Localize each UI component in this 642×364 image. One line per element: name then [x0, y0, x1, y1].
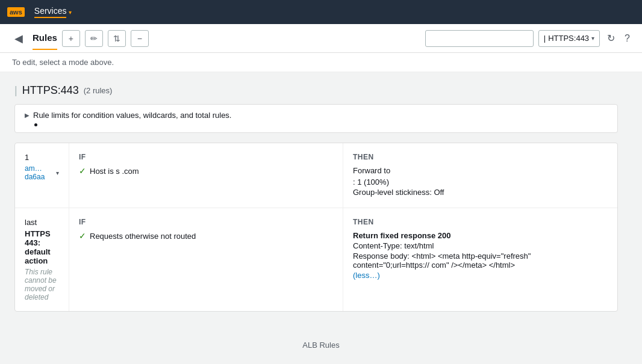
reorder-button[interactable]: ⇅: [108, 30, 126, 47]
search-input[interactable]: [425, 30, 534, 47]
section-header: | HTTPS:443 (2 rules): [14, 84, 618, 97]
refresh-button[interactable]: ↻: [605, 30, 617, 46]
default-action-title: HTTPS 443: default action: [25, 229, 59, 265]
rule-if-cell-last: IF ✓ Requests otherwise not routed: [69, 208, 343, 311]
then-label-last: THEN: [353, 218, 608, 226]
rule-condition: ✓ Host is s .com: [79, 166, 333, 176]
add-icon: +: [69, 34, 73, 43]
info-box-text: Rule limits for condition values, wildca…: [33, 111, 231, 120]
rule-number-cell: 1 am…da6aa ▾: [15, 143, 69, 208]
section-title: | HTTPS:443 (2 rules): [14, 84, 112, 97]
help-icon: ?: [625, 33, 630, 43]
content-type-detail: Content-Type: text/html: [353, 241, 608, 250]
back-button[interactable]: ◀: [10, 29, 28, 48]
rule-then-cell: THEN Forward to : 1 (100%) Group-level s…: [343, 143, 617, 208]
reorder-icon: ⇅: [113, 34, 120, 43]
edit-hint: To edit, select a mode above.: [0, 53, 642, 72]
forward-target: : 1 (100%): [353, 177, 608, 187]
rule-condition-last: ✓ Requests otherwise not routed: [79, 231, 333, 241]
condition-text: Host is s .com: [90, 167, 139, 176]
rule-number-last: last: [25, 218, 59, 227]
https-title: HTTPS:443: [22, 84, 79, 97]
rules-table: 1 am…da6aa ▾ IF ✓ Host is s .com THEN Fo…: [14, 143, 618, 312]
rule-if-cell: IF ✓ Host is s .com: [69, 143, 343, 208]
main-content: | HTTPS:443 (2 rules) Rule limits for co…: [0, 72, 632, 331]
less-link[interactable]: (less…): [353, 271, 608, 280]
rule-cannot-move-text: This rule cannot be moved or deleted: [25, 268, 59, 301]
delete-rule-button[interactable]: −: [131, 30, 149, 47]
toolbar: ◀ Rules + ✏ ⇅ − | HTTPS:443 ↻ ?: [0, 24, 642, 53]
return-fixed-response: Return fixed response 200: [353, 231, 608, 240]
forward-to-label: Forward to: [353, 166, 608, 175]
refresh-icon: ↻: [607, 33, 615, 43]
help-button[interactable]: ?: [622, 31, 632, 46]
if-label: IF: [79, 153, 333, 161]
aws-logo-text: aws: [7, 7, 25, 17]
stickiness-detail: Group-level stickiness: Off: [353, 188, 608, 197]
blurred-host: [120, 167, 122, 176]
info-box-toggle[interactable]: Rule limits for condition values, wildca…: [25, 111, 608, 120]
page-title: Rules: [33, 32, 57, 50]
listener-dropdown[interactable]: | HTTPS:443: [538, 30, 600, 47]
page-footer: ALB Rules: [0, 331, 642, 359]
delete-icon: −: [137, 34, 142, 43]
edit-rule-button[interactable]: ✏: [85, 30, 103, 47]
table-row: last HTTPS 443: default action This rule…: [15, 208, 617, 311]
blurred-url: [429, 261, 432, 270]
check-icon-last: ✓: [79, 231, 86, 241]
info-dot: [34, 123, 37, 126]
table-row: 1 am…da6aa ▾ IF ✓ Host is s .com THEN Fo…: [15, 143, 617, 208]
aws-logo: aws: [7, 7, 25, 17]
top-navigation: aws Services: [0, 0, 642, 24]
condition-text-last: Requests otherwise not routed: [90, 232, 196, 241]
info-box: Rule limits for condition values, wildca…: [14, 104, 618, 133]
rule-arn[interactable]: am…da6aa ▾: [25, 164, 59, 181]
pipe: |: [14, 84, 17, 97]
rule-number: 1: [25, 153, 59, 162]
edit-icon: ✏: [90, 34, 98, 43]
response-body-detail: Response body: <html> <meta http-equiv="…: [353, 251, 608, 270]
rule-then-cell-last: THEN Return fixed response 200 Content-T…: [343, 208, 617, 311]
listener-pipe: |: [544, 34, 546, 43]
services-menu[interactable]: Services: [34, 6, 72, 18]
check-icon: ✓: [79, 166, 86, 176]
if-label-last: IF: [79, 218, 333, 226]
rule-last-cell: last HTTPS 443: default action This rule…: [15, 208, 69, 311]
add-rule-button[interactable]: +: [62, 30, 80, 47]
chevron-down-icon: ▾: [56, 170, 59, 176]
return-fixed-bold: Return fixed response 200: [353, 231, 451, 240]
footer-label: ALB Rules: [302, 341, 339, 350]
then-label: THEN: [353, 153, 608, 161]
rules-count: (2 rules): [84, 86, 113, 95]
